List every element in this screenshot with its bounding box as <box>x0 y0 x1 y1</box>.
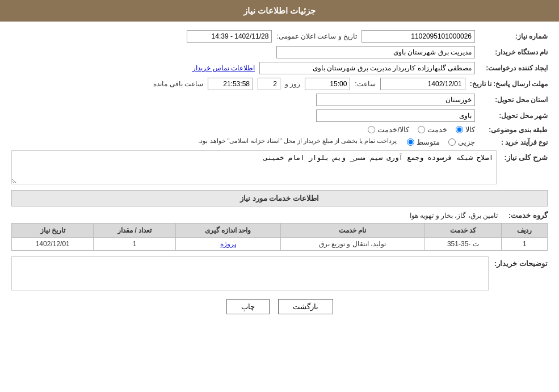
need-description-section: شرح کلی نیاز: <box>11 150 548 184</box>
col-quantity: تعداد / مقدار <box>94 224 175 238</box>
announce-datetime-input[interactable] <box>187 30 272 43</box>
radio-kala[interactable]: کالا <box>456 125 475 134</box>
buyer-notes-label: توضیحات خریدار: <box>494 256 548 268</box>
remaining-days-input[interactable] <box>258 78 280 90</box>
col-unit: واحد اندازه گیری <box>175 224 280 238</box>
page-title: جزئیات اطلاعات نیاز <box>243 6 316 15</box>
need-number-label: شماره نیاز: <box>480 32 548 40</box>
contact-info-link[interactable]: اطلاعات تماس خریدار <box>192 64 255 72</box>
radio-jozi[interactable]: جزیی <box>448 138 475 146</box>
radio-khedmat-input[interactable] <box>418 126 425 133</box>
purchase-type-label: نوع فرآیند خرید : <box>480 138 548 146</box>
payment-note: پرداخت تمام یا بخشی از مبلغ خریدار از مح… <box>198 137 397 145</box>
col-date: تاریخ نیاز <box>12 224 94 238</box>
radio-kala-input[interactable] <box>456 126 463 133</box>
col-service-code: کد خدمت <box>424 224 502 238</box>
cell-date: 1402/12/01 <box>12 238 94 251</box>
reply-time-input[interactable] <box>305 78 350 90</box>
print-button[interactable]: چاپ <box>226 299 270 314</box>
cell-service-code: ت -35-351 <box>424 238 502 251</box>
remaining-days-label: روز و <box>285 80 300 88</box>
radio-kala-khedmat-input[interactable] <box>368 126 375 133</box>
back-button[interactable]: بازگشت <box>278 299 333 314</box>
remaining-time-label: ساعت باقی مانده <box>153 80 203 88</box>
city-input[interactable] <box>316 109 475 122</box>
category-radio-group: کالا/خدمت خدمت کالا <box>368 125 475 134</box>
reply-date-input[interactable] <box>380 78 465 90</box>
radio-kala-khedmat[interactable]: کالا/خدمت <box>368 125 409 134</box>
buyer-org-label: نام دستگاه خریدار: <box>480 48 548 56</box>
reply-deadline-label: مهلت ارسال پاسخ: تا تاریخ: <box>470 80 548 88</box>
province-input[interactable] <box>316 94 475 106</box>
cell-quantity: 1 <box>94 238 175 251</box>
radio-jozi-label: جزیی <box>458 138 475 146</box>
radio-kala-label: کالا <box>465 125 475 134</box>
radio-motevaset[interactable]: متوسط <box>407 138 440 146</box>
purchase-type-radio-group: متوسط جزیی <box>407 138 475 146</box>
province-label: استان محل تحویل: <box>480 96 548 104</box>
cell-service-name: تولید، انتقال و توزیع برق <box>280 238 424 251</box>
reply-time-label: ساعت: <box>355 80 375 88</box>
services-section-title: اطلاعات خدمات مورد نیاز <box>11 190 548 206</box>
need-number-input[interactable] <box>362 30 475 43</box>
cell-unit[interactable]: پروژه <box>175 238 280 251</box>
col-service-name: نام خدمت <box>280 224 424 238</box>
radio-motevaset-label: متوسط <box>417 138 440 146</box>
category-label: طبقه بندی موضوعی: <box>480 126 548 134</box>
radio-jozi-input[interactable] <box>448 138 456 146</box>
page-header: جزئیات اطلاعات نیاز <box>0 0 559 22</box>
service-group-row: گروه خدمت: تامین برق، گاز، بخار و تهویه … <box>11 211 548 220</box>
radio-kala-khedmat-label: کالا/خدمت <box>377 125 409 134</box>
city-label: شهر محل تحویل: <box>480 112 548 120</box>
requester-input[interactable] <box>259 62 475 74</box>
buyer-notes-box <box>11 256 489 290</box>
services-table: ردیف کد خدمت نام خدمت واحد اندازه گیری ت… <box>11 223 548 251</box>
button-row: بازگشت چاپ <box>11 299 548 323</box>
remaining-time-input[interactable] <box>208 78 253 90</box>
radio-motevaset-input[interactable] <box>407 138 414 146</box>
buyer-org-input[interactable] <box>276 46 475 58</box>
radio-khedmat[interactable]: خدمت <box>418 125 447 134</box>
requester-label: ایجاد کننده درخواست: <box>480 64 548 72</box>
cell-row-num: 1 <box>502 238 548 251</box>
col-row-num: ردیف <box>502 224 548 238</box>
service-group-label: گروه خدمت: <box>502 211 548 220</box>
announce-datetime-label: تاریخ و ساعت اعلان عمومی: <box>276 32 357 40</box>
service-group-value: تامین برق، گاز، بخار و تهویه هوا <box>410 212 498 220</box>
buyer-notes-section: توضیحات خریدار: <box>11 256 548 290</box>
need-description-label: شرح کلی نیاز: <box>502 150 548 162</box>
need-description-textarea[interactable] <box>11 150 497 184</box>
table-row: 1 ت -35-351 تولید، انتقال و توزیع برق پر… <box>12 238 548 251</box>
radio-khedmat-label: خدمت <box>427 125 447 134</box>
